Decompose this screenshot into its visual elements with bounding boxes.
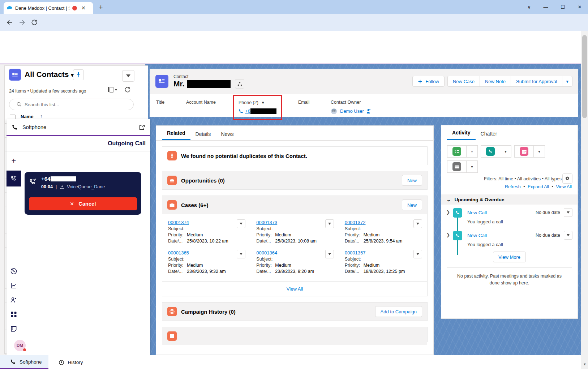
window-more-icon[interactable]: ∨ (525, 3, 533, 12)
case-number-link[interactable]: 00001357 (345, 250, 366, 256)
softphone-minimize-button[interactable]: — (127, 124, 133, 130)
expand-all-link[interactable]: Expand All (528, 184, 549, 189)
submit-for-approval-button[interactable]: Submit for Approval (511, 76, 562, 87)
analytics-icon[interactable] (7, 278, 21, 293)
follow-button[interactable]: Follow (412, 76, 445, 87)
pin-list-button[interactable] (73, 69, 84, 80)
apps-grid-icon[interactable] (7, 307, 21, 322)
window-close-button[interactable]: ✕ (575, 3, 584, 12)
outgoing-call-tab-icon[interactable] (7, 171, 21, 186)
view-all-link[interactable]: View All (556, 184, 572, 189)
softphone-user-avatar[interactable]: DM (14, 340, 26, 351)
log-a-call-action[interactable]: ▾ (481, 145, 511, 158)
tab-activity[interactable]: Activity (447, 130, 476, 140)
email-caret-icon[interactable]: ▾ (466, 160, 478, 173)
refresh-icon[interactable] (124, 86, 131, 93)
case-number-link[interactable]: 00001372 (345, 220, 366, 225)
forward-icon[interactable] (17, 18, 27, 27)
case-row-actions-icon[interactable] (237, 250, 245, 258)
utility-item-history[interactable]: History (48, 355, 90, 369)
email-action[interactable]: ▾ (447, 160, 478, 173)
scrollbar-thumb[interactable] (582, 35, 587, 118)
column-header-name[interactable]: Name (21, 114, 33, 119)
window-minimize-button[interactable]: — (541, 3, 550, 12)
new-task-caret-icon[interactable]: ▾ (466, 145, 478, 158)
list-view-title[interactable]: All Contacts ▾ (25, 70, 74, 79)
browser-tab[interactable]: Dane Maddox | Contact | Sal ✕ (4, 2, 93, 14)
new-event-caret-icon[interactable]: ▾ (533, 145, 545, 158)
notes-icon[interactable] (7, 322, 21, 336)
reload-icon[interactable] (30, 18, 39, 27)
new-case-related-button[interactable]: New (402, 199, 422, 210)
new-tab-button[interactable]: + (97, 4, 105, 12)
contacts-icon[interactable] (7, 293, 21, 307)
utility-item-softphone[interactable]: Softphone (0, 355, 48, 369)
case-priority-label: Priority: (345, 232, 364, 237)
activity-row-actions-icon[interactable] (564, 231, 572, 240)
new-opportunity-button[interactable]: New (402, 175, 422, 186)
call-activity-icon (453, 208, 462, 218)
view-more-button[interactable]: View More (493, 252, 526, 262)
case-number-link[interactable]: 00001365 (168, 250, 189, 256)
email-button[interactable] (447, 160, 466, 173)
new-note-button[interactable]: New Note (480, 76, 511, 87)
softphone-popout-icon[interactable] (139, 124, 145, 130)
add-to-campaign-button[interactable]: Add to Campaign (375, 306, 422, 317)
case-row-actions-icon[interactable] (237, 219, 245, 228)
history-icon[interactable] (7, 264, 21, 278)
window-maximize-button[interactable]: ☐ (558, 3, 567, 12)
search-icon (17, 102, 22, 107)
case-number-link[interactable]: 00001373 (256, 220, 277, 225)
log-a-call-caret-icon[interactable]: ▾ (500, 145, 511, 158)
cancel-call-button[interactable]: ✕ Cancel (29, 197, 137, 210)
case-number-link[interactable]: 00001364 (256, 250, 277, 256)
list-view-controls-button[interactable] (122, 70, 134, 82)
case-row-actions-icon[interactable] (325, 219, 334, 228)
refresh-link[interactable]: Refresh (505, 184, 521, 189)
change-owner-icon[interactable] (366, 109, 371, 114)
activity-filters-gear-icon[interactable] (562, 173, 572, 184)
new-case-button[interactable]: New Case (447, 76, 480, 87)
case-number-link[interactable]: 00001374 (168, 220, 189, 225)
case-date-value: 23/8/2023, 9:32 am (187, 269, 226, 274)
tab-news[interactable]: News (216, 131, 239, 140)
utility-bar: Softphone History (0, 355, 581, 369)
tab-details[interactable]: Details (190, 131, 216, 140)
recording-indicator-icon[interactable] (72, 5, 78, 11)
upcoming-overdue-header[interactable]: ⌄ Upcoming & Overdue (441, 194, 578, 205)
call-activity-icon (453, 231, 462, 240)
campaign-history-card: Campaign History (0) Add to Campaign (162, 302, 428, 321)
activity-title-link[interactable]: New Call (467, 233, 487, 238)
log-a-call-button[interactable] (481, 145, 500, 158)
activity-title-link[interactable]: New Call (467, 210, 487, 215)
new-task-action[interactable]: ▾ (447, 145, 478, 158)
cases-view-all-link[interactable]: View All (162, 281, 427, 296)
upcoming-overdue-title: Upcoming & Overdue (455, 197, 505, 202)
scroll-down-arrow-icon[interactable]: ▼ (581, 362, 588, 366)
activity-row-actions-icon[interactable] (564, 208, 572, 217)
tab-close-icon[interactable]: ✕ (81, 5, 86, 11)
add-call-button[interactable]: + (7, 151, 21, 171)
view-hierarchy-icon[interactable] (235, 79, 244, 89)
chevron-right-icon[interactable]: ❯ (446, 208, 453, 224)
more-actions-caret-icon[interactable]: ▾ (562, 76, 572, 87)
case-row-actions-icon[interactable] (413, 219, 422, 228)
case-tile: 00001373 Subject: Priority:Medium Date/.… (250, 217, 339, 247)
owner-name-link[interactable]: Demo User (340, 108, 364, 114)
new-task-button[interactable] (447, 145, 466, 158)
tab-related[interactable]: Related (162, 130, 190, 140)
search-list-input[interactable]: Search this list... (9, 99, 134, 110)
browser-scrollbar[interactable]: ▼ (581, 31, 588, 369)
case-row-actions-icon[interactable] (325, 250, 334, 258)
case-row-actions-icon[interactable] (413, 250, 422, 258)
card-divider (31, 194, 137, 194)
tab-chatter[interactable]: Chatter (476, 131, 502, 140)
new-event-button[interactable] (514, 145, 533, 158)
chevron-right-icon[interactable]: ❯ (446, 231, 453, 247)
case-date-label: Date/... (345, 239, 364, 244)
display-density-icon[interactable] (108, 87, 118, 93)
new-event-action[interactable]: ▾ (514, 145, 545, 158)
list-view-title-text: All Contacts (25, 70, 69, 78)
activity-subtitle: You logged a call (467, 242, 572, 247)
back-icon[interactable] (5, 18, 14, 27)
